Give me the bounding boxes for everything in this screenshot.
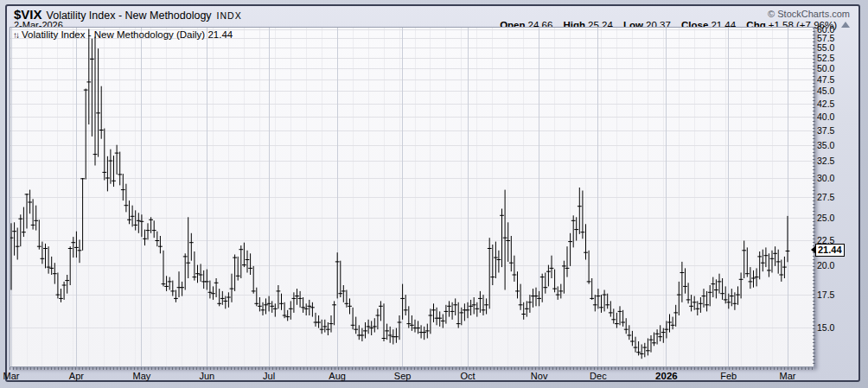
x-axis-label: Mar: [780, 371, 796, 381]
x-axis-label: Aug: [329, 371, 346, 381]
y-axis-label: 45.0: [817, 86, 834, 96]
x-axis-label: Nov: [531, 371, 548, 381]
y-axis-label: 25.0: [817, 213, 834, 223]
price-chart: [10, 28, 814, 366]
y-axis-label: 17.5: [817, 289, 834, 300]
y-axis-label: 50.0: [817, 63, 834, 73]
x-axis-label: Jul: [263, 371, 275, 381]
chart-header: $VIXVolatility Index - New MethodologyIN…: [14, 7, 852, 20]
x-axis-label: Dec: [590, 371, 607, 381]
y-axis-label: 15.0: [817, 322, 834, 333]
x-axis-label: Sep: [394, 371, 412, 381]
y-axis-label: 42.5: [817, 99, 834, 109]
y-axis-label: 27.5: [817, 192, 834, 202]
x-axis-label: Mar: [3, 371, 20, 381]
y-axis: 60.057.555.052.550.047.545.042.540.037.5…: [817, 27, 857, 367]
x-axis-label: 2026: [655, 371, 678, 381]
y-axis-label: 40.0: [817, 111, 834, 122]
y-axis-minor-ticks: [813, 28, 815, 366]
x-axis-label: Feb: [720, 371, 737, 381]
last-price-value: 21.44: [815, 244, 845, 257]
chart-plot-area[interactable]: ↑↓Volatility Index - New Methodology (Da…: [10, 27, 814, 367]
x-axis-label: May: [132, 371, 150, 381]
x-axis-label: Apr: [69, 371, 84, 381]
last-price-badge: 21.44: [811, 244, 845, 257]
y-axis-label: 52.5: [817, 53, 834, 63]
y-axis-label: 37.5: [817, 125, 834, 136]
chart-frame: $VIXVolatility Index - New MethodologyIN…: [5, 4, 860, 382]
plot-title: ↑↓Volatility Index - New Methodology (Da…: [13, 29, 233, 40]
y-axis-label: 55.0: [817, 42, 834, 53]
price-bars: [10, 29, 789, 359]
y-axis-label: 32.5: [817, 156, 834, 166]
y-axis-label: 47.5: [817, 74, 834, 85]
x-axis-label: Jun: [199, 371, 214, 381]
plot-title-text: Volatility Index - New Methodology (Dail…: [22, 29, 233, 40]
updown-arrows-icon: ↑↓: [13, 30, 18, 40]
y-axis-label: 30.0: [817, 173, 834, 183]
y-axis-label: 35.0: [817, 140, 834, 150]
x-axis: MarAprMayJunJulAugSepOctNovDec2026FebMar: [10, 371, 815, 383]
copyright-text: © StockCharts.com: [768, 9, 850, 19]
x-axis-minor-ticks: [10, 367, 814, 370]
y-axis-label: 20.0: [817, 260, 834, 270]
x-axis-label: Oct: [460, 371, 475, 381]
